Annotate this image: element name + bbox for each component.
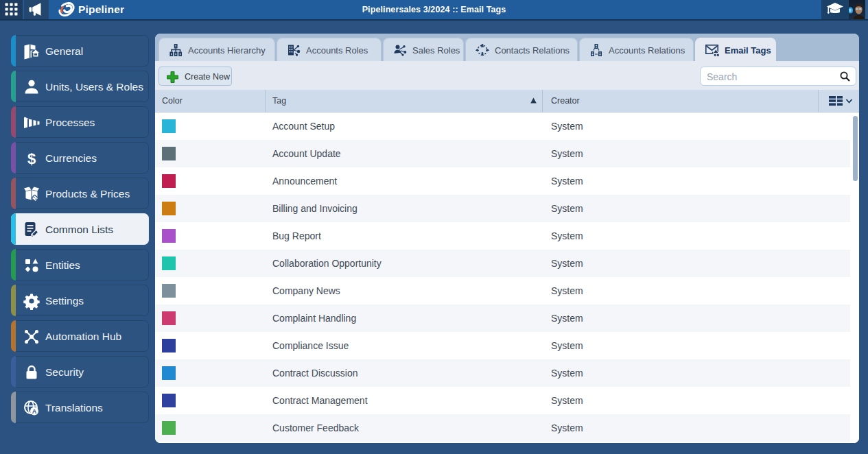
svg-text:$: $ — [27, 150, 36, 167]
svg-text:A: A — [32, 408, 37, 415]
